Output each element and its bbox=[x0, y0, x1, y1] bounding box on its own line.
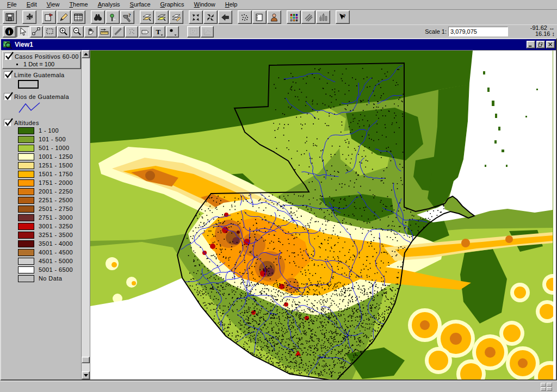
pointer-tool[interactable] bbox=[16, 26, 29, 38]
view-title-bar[interactable]: View1 bbox=[1, 39, 556, 50]
find-button[interactable] bbox=[91, 10, 105, 24]
profile-line-icon bbox=[202, 27, 212, 36]
theme-properties-button[interactable] bbox=[42, 10, 56, 24]
open-theme-table-button[interactable] bbox=[71, 10, 85, 24]
zoom-in-fixed-button[interactable] bbox=[189, 10, 203, 24]
menu-help[interactable]: Help bbox=[220, 1, 243, 9]
zoom-out-fixed-button[interactable] bbox=[203, 10, 218, 24]
legend-class-row: 1251 - 1500 bbox=[18, 161, 81, 170]
restore-button[interactable] bbox=[536, 41, 545, 48]
elevation-range-label: 4501 - 5000 bbox=[39, 258, 73, 264]
help-button[interactable]: ? bbox=[336, 10, 350, 24]
elevation-range-label: 1251 - 1500 bbox=[39, 162, 73, 169]
elevation-swatch bbox=[18, 145, 34, 152]
theme-entry-altitudes[interactable]: Altitudes1 - 100101 - 500501 - 10001001 … bbox=[2, 118, 81, 284]
menu-view[interactable]: View bbox=[42, 1, 65, 9]
label-tool[interactable] bbox=[139, 26, 152, 38]
dot-symbol bbox=[16, 64, 18, 65]
menu-theme[interactable]: Theme bbox=[64, 1, 92, 9]
zoom-out-tool[interactable] bbox=[71, 26, 84, 38]
menu-analysis[interactable]: Analysis bbox=[93, 1, 125, 9]
vertex-edit-tool[interactable] bbox=[30, 26, 43, 38]
elevation-swatch bbox=[18, 136, 34, 143]
menu-window[interactable]: Window bbox=[189, 1, 220, 9]
scrollbar-thumb[interactable] bbox=[82, 357, 90, 363]
theme-entry-casos-positivos-60-00[interactable]: Casos Positivos 60-001 Dot = 100 bbox=[2, 51, 81, 69]
vertex-arrow-icon bbox=[32, 27, 41, 36]
help-arrow-icon: ? bbox=[338, 13, 348, 22]
scrollbar-up-button[interactable] bbox=[82, 50, 90, 58]
map-canvas[interactable] bbox=[90, 50, 556, 379]
triangle-up-icon bbox=[84, 53, 88, 55]
text-tool[interactable]: T bbox=[152, 26, 165, 38]
elevation-range-label: 1751 - 2000 bbox=[39, 179, 73, 186]
theme-checkbox[interactable] bbox=[4, 53, 11, 60]
legend-scrollbar[interactable] bbox=[81, 50, 90, 379]
theme-entry-rios-de-guatemala[interactable]: Rios de Guatemala bbox=[2, 92, 81, 117]
color-grid-icon bbox=[289, 13, 299, 22]
select-feature-tool[interactable] bbox=[44, 26, 57, 38]
legend-class-row: 2751 - 3000 bbox=[18, 213, 81, 222]
zoom-to-active-theme-button[interactable] bbox=[154, 10, 169, 24]
select-pattern-tool[interactable] bbox=[125, 26, 138, 38]
table-icon bbox=[73, 13, 83, 22]
scrollbar-down-button[interactable] bbox=[82, 371, 90, 379]
legend-class-row: 4501 - 5000 bbox=[18, 257, 81, 265]
interpolate-button[interactable] bbox=[301, 10, 315, 24]
zoom-in-tool[interactable] bbox=[57, 26, 70, 38]
menu-edit[interactable]: Edit bbox=[22, 1, 42, 9]
select-features-button[interactable] bbox=[238, 10, 252, 24]
legend-class-row: No Data bbox=[18, 274, 81, 283]
polygon-outline-symbol bbox=[18, 80, 81, 89]
edit-legend-button[interactable] bbox=[57, 10, 71, 24]
legend-class-row: 2501 - 2750 bbox=[18, 204, 81, 213]
legend-class-row: 101 - 500 bbox=[18, 135, 81, 144]
menu-bar: FileEditViewThemeAnalysisSurfaceGraphics… bbox=[0, 0, 557, 10]
ruler-icon bbox=[100, 27, 109, 36]
zoom-previous-button[interactable] bbox=[218, 10, 232, 24]
theme-checkbox[interactable] bbox=[4, 119, 11, 126]
clear-selection-button[interactable] bbox=[252, 10, 267, 24]
menu-graphics[interactable]: Graphics bbox=[156, 1, 189, 9]
scale-input[interactable] bbox=[448, 27, 508, 36]
save-project-button[interactable] bbox=[3, 10, 17, 24]
zoom-to-selected-button[interactable] bbox=[169, 10, 183, 24]
draw-line-tool[interactable] bbox=[112, 26, 125, 38]
elevation-swatch bbox=[18, 258, 34, 265]
menu-file[interactable]: File bbox=[2, 1, 22, 9]
identify-tool[interactable]: i bbox=[3, 26, 16, 38]
profile-tool[interactable] bbox=[201, 26, 214, 38]
area-of-interest-tool[interactable] bbox=[187, 26, 200, 38]
minimize-button[interactable] bbox=[527, 41, 535, 48]
zoom-to-full-extent-button[interactable] bbox=[140, 10, 154, 24]
resize-grip-icon[interactable] bbox=[541, 383, 553, 391]
elevation-range-label: 4001 - 4500 bbox=[39, 249, 73, 256]
histogram-button[interactable] bbox=[316, 10, 330, 24]
legend-class-row: 1501 - 1750 bbox=[18, 170, 81, 178]
hotlink-button[interactable] bbox=[267, 10, 281, 24]
view-title: View1 bbox=[15, 41, 525, 48]
slash-icon bbox=[113, 27, 123, 36]
theme-checkbox[interactable] bbox=[4, 71, 11, 78]
tools-toolbar: iT Scale 1: -91.62 ↔ 16.16 ↕ bbox=[0, 25, 557, 38]
menu-surface[interactable]: Surface bbox=[125, 1, 156, 9]
locate-button[interactable] bbox=[106, 10, 120, 24]
elevation-range-label: 3001 - 3250 bbox=[39, 223, 73, 229]
elevation-range-label: 2501 - 2750 bbox=[39, 206, 73, 212]
map-image bbox=[90, 51, 553, 379]
elevation-range-label: 1001 - 1250 bbox=[39, 153, 73, 160]
pan-tool[interactable] bbox=[84, 26, 97, 38]
coordinate-readout: -91.62 ↔ 16.16 ↕ bbox=[530, 25, 555, 37]
map-query-button[interactable] bbox=[287, 10, 301, 24]
measure-tool[interactable] bbox=[98, 26, 111, 38]
hammer-question-icon: ? bbox=[122, 13, 132, 22]
legend-class-row: 1001 - 1250 bbox=[18, 152, 81, 161]
query-builder-button[interactable]: ? bbox=[120, 10, 134, 24]
theme-checkbox[interactable] bbox=[4, 93, 11, 100]
close-button[interactable] bbox=[546, 41, 555, 48]
theme-entry-limite-guatemala[interactable]: Limite Guatemala bbox=[2, 70, 81, 91]
draw-point-tool[interactable] bbox=[166, 26, 179, 38]
add-theme-button[interactable] bbox=[22, 10, 36, 24]
magnifier-minus-icon bbox=[72, 27, 82, 36]
hand-icon bbox=[86, 27, 96, 36]
